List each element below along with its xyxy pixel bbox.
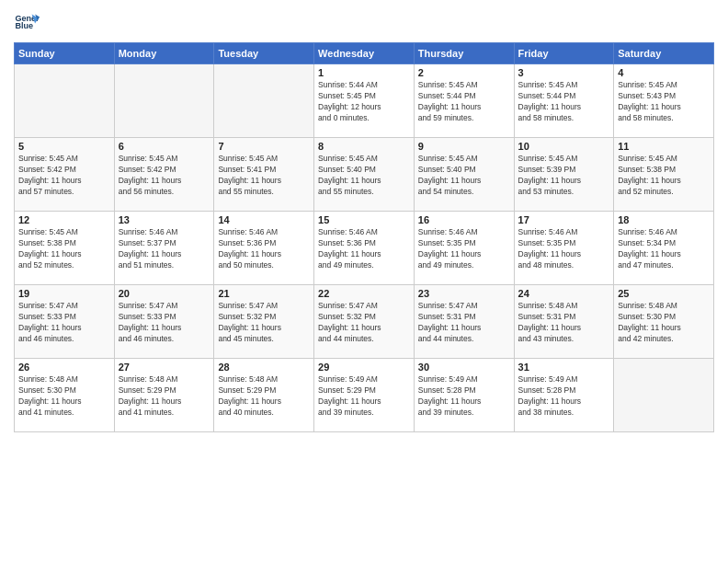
- day-info: Sunrise: 5:49 AM Sunset: 5:29 PM Dayligh…: [318, 374, 410, 419]
- day-number: 30: [418, 362, 510, 373]
- calendar-cell: 27Sunrise: 5:48 AM Sunset: 5:29 PM Dayli…: [114, 359, 214, 432]
- calendar-cell: [15, 64, 115, 138]
- calendar-cell: 23Sunrise: 5:47 AM Sunset: 5:31 PM Dayli…: [414, 285, 514, 359]
- weekday-header-monday: Monday: [114, 43, 214, 64]
- calendar-cell: 7Sunrise: 5:45 AM Sunset: 5:41 PM Daylig…: [214, 138, 314, 212]
- day-info: Sunrise: 5:45 AM Sunset: 5:42 PM Dayligh…: [119, 154, 210, 198]
- calendar-week-4: 19Sunrise: 5:47 AM Sunset: 5:33 PM Dayli…: [15, 285, 714, 359]
- calendar-cell: 8Sunrise: 5:45 AM Sunset: 5:40 PM Daylig…: [314, 138, 415, 212]
- calendar-cell: 9Sunrise: 5:45 AM Sunset: 5:40 PM Daylig…: [414, 138, 514, 212]
- calendar-cell: 28Sunrise: 5:48 AM Sunset: 5:29 PM Dayli…: [214, 359, 314, 432]
- day-number: 20: [119, 288, 210, 299]
- day-info: Sunrise: 5:46 AM Sunset: 5:37 PM Dayligh…: [119, 227, 210, 271]
- day-info: Sunrise: 5:48 AM Sunset: 5:31 PM Dayligh…: [518, 301, 610, 345]
- day-info: Sunrise: 5:45 AM Sunset: 5:42 PM Dayligh…: [18, 154, 110, 198]
- day-number: 15: [318, 214, 410, 225]
- day-info: Sunrise: 5:45 AM Sunset: 5:43 PM Dayligh…: [618, 80, 710, 124]
- calendar-cell: [114, 64, 214, 138]
- day-number: 28: [218, 362, 310, 373]
- calendar-cell: 2Sunrise: 5:45 AM Sunset: 5:44 PM Daylig…: [414, 64, 514, 138]
- day-info: Sunrise: 5:46 AM Sunset: 5:36 PM Dayligh…: [218, 227, 310, 271]
- calendar-cell: 30Sunrise: 5:49 AM Sunset: 5:28 PM Dayli…: [414, 359, 514, 432]
- day-number: 29: [318, 362, 410, 373]
- weekday-header-tuesday: Tuesday: [214, 43, 314, 64]
- calendar-week-2: 5Sunrise: 5:45 AM Sunset: 5:42 PM Daylig…: [15, 138, 714, 212]
- calendar-cell: 4Sunrise: 5:45 AM Sunset: 5:43 PM Daylig…: [614, 64, 714, 138]
- calendar-cell: 11Sunrise: 5:45 AM Sunset: 5:38 PM Dayli…: [614, 138, 714, 212]
- day-number: 9: [418, 141, 510, 152]
- calendar-week-5: 26Sunrise: 5:48 AM Sunset: 5:30 PM Dayli…: [15, 359, 714, 432]
- day-info: Sunrise: 5:47 AM Sunset: 5:31 PM Dayligh…: [418, 301, 510, 345]
- day-info: Sunrise: 5:45 AM Sunset: 5:41 PM Dayligh…: [218, 154, 310, 198]
- svg-text:Blue: Blue: [15, 21, 33, 30]
- day-number: 18: [618, 214, 710, 225]
- calendar-cell: 12Sunrise: 5:45 AM Sunset: 5:38 PM Dayli…: [15, 212, 115, 285]
- day-number: 22: [318, 288, 410, 299]
- day-info: Sunrise: 5:46 AM Sunset: 5:35 PM Dayligh…: [518, 227, 610, 271]
- calendar-cell: 20Sunrise: 5:47 AM Sunset: 5:33 PM Dayli…: [114, 285, 214, 359]
- day-number: 19: [18, 288, 110, 299]
- day-info: Sunrise: 5:45 AM Sunset: 5:39 PM Dayligh…: [518, 154, 610, 198]
- day-info: Sunrise: 5:48 AM Sunset: 5:29 PM Dayligh…: [119, 374, 210, 419]
- day-number: 24: [518, 288, 610, 299]
- day-number: 25: [618, 288, 710, 299]
- day-number: 27: [119, 362, 210, 373]
- day-number: 1: [318, 67, 410, 78]
- weekday-header-row: SundayMondayTuesdayWednesdayThursdayFrid…: [15, 43, 714, 64]
- calendar-cell: 22Sunrise: 5:47 AM Sunset: 5:32 PM Dayli…: [314, 285, 415, 359]
- day-info: Sunrise: 5:47 AM Sunset: 5:32 PM Dayligh…: [218, 301, 310, 345]
- day-number: 6: [119, 141, 210, 152]
- logo: General Blue: [14, 9, 40, 35]
- calendar-cell: 25Sunrise: 5:48 AM Sunset: 5:30 PM Dayli…: [614, 285, 714, 359]
- calendar-week-3: 12Sunrise: 5:45 AM Sunset: 5:38 PM Dayli…: [15, 212, 714, 285]
- day-info: Sunrise: 5:47 AM Sunset: 5:33 PM Dayligh…: [18, 301, 110, 345]
- calendar-cell: 5Sunrise: 5:45 AM Sunset: 5:42 PM Daylig…: [15, 138, 115, 212]
- calendar-cell: 24Sunrise: 5:48 AM Sunset: 5:31 PM Dayli…: [514, 285, 614, 359]
- day-info: Sunrise: 5:48 AM Sunset: 5:30 PM Dayligh…: [618, 301, 710, 345]
- weekday-header-saturday: Saturday: [614, 43, 714, 64]
- calendar-cell: 3Sunrise: 5:45 AM Sunset: 5:44 PM Daylig…: [514, 64, 614, 138]
- calendar-cell: 29Sunrise: 5:49 AM Sunset: 5:29 PM Dayli…: [314, 359, 415, 432]
- weekday-header-sunday: Sunday: [15, 43, 115, 64]
- day-info: Sunrise: 5:45 AM Sunset: 5:40 PM Dayligh…: [418, 154, 510, 198]
- calendar-cell: 15Sunrise: 5:46 AM Sunset: 5:36 PM Dayli…: [314, 212, 415, 285]
- calendar-table: SundayMondayTuesdayWednesdayThursdayFrid…: [14, 42, 714, 432]
- day-info: Sunrise: 5:48 AM Sunset: 5:29 PM Dayligh…: [218, 374, 310, 419]
- day-info: Sunrise: 5:46 AM Sunset: 5:36 PM Dayligh…: [318, 227, 410, 271]
- day-info: Sunrise: 5:47 AM Sunset: 5:32 PM Dayligh…: [318, 301, 410, 345]
- day-info: Sunrise: 5:45 AM Sunset: 5:38 PM Dayligh…: [618, 154, 710, 198]
- day-info: Sunrise: 5:45 AM Sunset: 5:40 PM Dayligh…: [318, 154, 410, 198]
- calendar-cell: 19Sunrise: 5:47 AM Sunset: 5:33 PM Dayli…: [15, 285, 115, 359]
- day-info: Sunrise: 5:45 AM Sunset: 5:38 PM Dayligh…: [18, 227, 110, 271]
- calendar-cell: 26Sunrise: 5:48 AM Sunset: 5:30 PM Dayli…: [15, 359, 115, 432]
- day-number: 3: [518, 67, 610, 78]
- day-number: 2: [418, 67, 510, 78]
- day-number: 8: [318, 141, 410, 152]
- calendar-container: General Blue SundayMondayTuesdayWednesda…: [0, 0, 728, 563]
- calendar-cell: 17Sunrise: 5:46 AM Sunset: 5:35 PM Dayli…: [514, 212, 614, 285]
- day-info: Sunrise: 5:49 AM Sunset: 5:28 PM Dayligh…: [418, 374, 510, 419]
- day-number: 31: [518, 362, 610, 373]
- weekday-header-wednesday: Wednesday: [314, 43, 415, 64]
- day-number: 26: [18, 362, 110, 373]
- day-number: 11: [618, 141, 710, 152]
- day-number: 16: [418, 214, 510, 225]
- weekday-header-friday: Friday: [514, 43, 614, 64]
- day-info: Sunrise: 5:47 AM Sunset: 5:33 PM Dayligh…: [119, 301, 210, 345]
- day-number: 23: [418, 288, 510, 299]
- calendar-cell: 6Sunrise: 5:45 AM Sunset: 5:42 PM Daylig…: [114, 138, 214, 212]
- day-info: Sunrise: 5:49 AM Sunset: 5:28 PM Dayligh…: [518, 374, 610, 419]
- day-number: 21: [218, 288, 310, 299]
- calendar-cell: 13Sunrise: 5:46 AM Sunset: 5:37 PM Dayli…: [114, 212, 214, 285]
- calendar-cell: [614, 359, 714, 432]
- calendar-cell: 18Sunrise: 5:46 AM Sunset: 5:34 PM Dayli…: [614, 212, 714, 285]
- day-info: Sunrise: 5:46 AM Sunset: 5:35 PM Dayligh…: [418, 227, 510, 271]
- day-number: 17: [518, 214, 610, 225]
- day-number: 14: [218, 214, 310, 225]
- calendar-cell: 14Sunrise: 5:46 AM Sunset: 5:36 PM Dayli…: [214, 212, 314, 285]
- weekday-header-thursday: Thursday: [414, 43, 514, 64]
- calendar-cell: 31Sunrise: 5:49 AM Sunset: 5:28 PM Dayli…: [514, 359, 614, 432]
- day-number: 4: [618, 67, 710, 78]
- day-number: 7: [218, 141, 310, 152]
- day-info: Sunrise: 5:45 AM Sunset: 5:44 PM Dayligh…: [518, 80, 610, 124]
